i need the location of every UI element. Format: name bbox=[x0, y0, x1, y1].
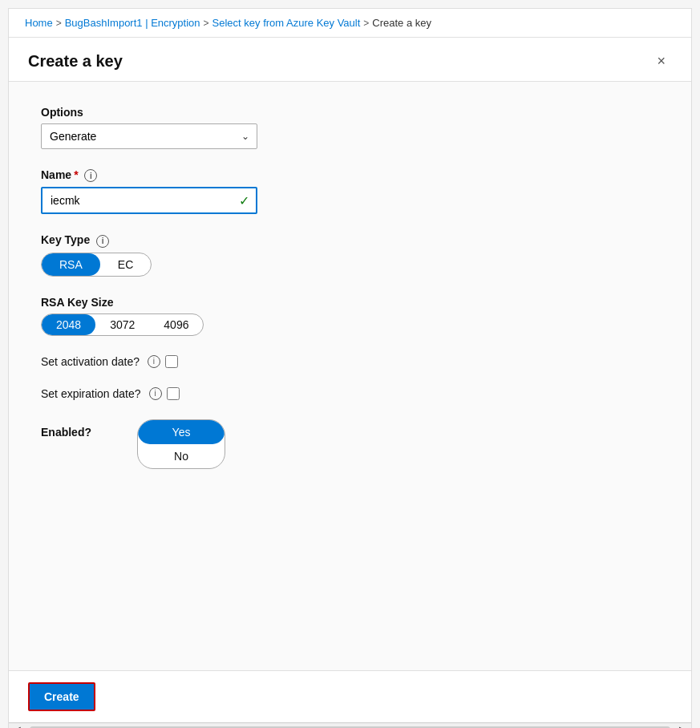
dialog-body: Options Generate Import Restore from bac… bbox=[9, 82, 691, 670]
scroll-left-arrow[interactable]: ◀ bbox=[12, 724, 23, 729]
breadcrumb-select-key[interactable]: Select key from Azure Key Vault bbox=[212, 17, 361, 29]
key-type-label: Key Type i bbox=[41, 233, 659, 247]
dialog-footer: Create bbox=[9, 670, 691, 722]
key-size-2048-button[interactable]: 2048 bbox=[42, 314, 95, 335]
enabled-group: Enabled? Yes No bbox=[41, 419, 659, 469]
create-key-dialog: Create a key × Options Generate Import R… bbox=[9, 38, 691, 722]
rsa-key-size-group: RSA Key Size 2048 3072 4096 bbox=[41, 296, 659, 336]
options-group: Options Generate Import Restore from bac… bbox=[41, 106, 659, 149]
key-type-toggle: RSA EC bbox=[41, 253, 152, 277]
activation-date-row: Set activation date? i bbox=[41, 355, 659, 368]
enabled-row: Enabled? Yes No bbox=[41, 419, 659, 469]
expiration-date-label: Set expiration date? bbox=[41, 387, 141, 400]
name-group: Name* i ✓ bbox=[41, 168, 659, 214]
name-input[interactable] bbox=[41, 187, 257, 214]
expiration-info-icon[interactable]: i bbox=[149, 387, 162, 400]
key-size-4096-button[interactable]: 4096 bbox=[149, 314, 203, 335]
breadcrumb: Home > BugBashImport1 | Encryption > Sel… bbox=[9, 9, 691, 38]
breadcrumb-home[interactable]: Home bbox=[25, 17, 53, 29]
activation-date-label: Set activation date? bbox=[41, 355, 140, 368]
name-label: Name* i bbox=[41, 168, 659, 182]
activation-date-group: Set activation date? i bbox=[41, 355, 659, 368]
breadcrumb-current: Create a key bbox=[372, 17, 431, 29]
key-type-ec-button[interactable]: EC bbox=[100, 253, 151, 276]
activation-date-checkbox[interactable] bbox=[165, 355, 178, 368]
enabled-no-button[interactable]: No bbox=[138, 444, 225, 468]
options-select[interactable]: Generate Import Restore from backup bbox=[41, 123, 257, 149]
rsa-key-size-toggle: 2048 3072 4096 bbox=[41, 313, 204, 336]
name-info-icon[interactable]: i bbox=[84, 169, 97, 182]
required-mark: * bbox=[74, 168, 78, 181]
key-type-info-icon[interactable]: i bbox=[96, 235, 109, 248]
enabled-yes-no-toggle: Yes No bbox=[137, 419, 225, 469]
dialog-header: Create a key × bbox=[9, 38, 691, 82]
scroll-right-arrow[interactable]: ▶ bbox=[677, 724, 688, 729]
activation-info-icon[interactable]: i bbox=[148, 355, 160, 368]
expiration-date-checkbox[interactable] bbox=[167, 387, 180, 400]
rsa-key-size-label: RSA Key Size bbox=[41, 296, 659, 309]
breadcrumb-encryption[interactable]: BugBashImport1 | Encryption bbox=[65, 17, 200, 29]
name-check-icon: ✓ bbox=[239, 193, 249, 208]
options-label: Options bbox=[41, 106, 659, 119]
enabled-label: Enabled? bbox=[41, 419, 105, 439]
key-size-3072-button[interactable]: 3072 bbox=[95, 314, 149, 335]
key-type-rsa-button[interactable]: RSA bbox=[42, 253, 100, 276]
expiration-date-group: Set expiration date? i bbox=[41, 387, 659, 400]
name-input-wrapper: ✓ bbox=[41, 187, 257, 214]
close-button[interactable]: × bbox=[650, 51, 672, 71]
horizontal-scrollbar: ◀ ▶ bbox=[9, 722, 691, 728]
breadcrumb-sep-3: > bbox=[363, 18, 369, 29]
key-type-group: Key Type i RSA EC bbox=[41, 233, 659, 276]
enabled-yes-button[interactable]: Yes bbox=[138, 420, 225, 444]
breadcrumb-sep-2: > bbox=[204, 18, 209, 29]
breadcrumb-sep-1: > bbox=[56, 18, 62, 29]
dialog-title: Create a key bbox=[28, 52, 123, 71]
create-button[interactable]: Create bbox=[28, 682, 95, 711]
options-select-wrapper: Generate Import Restore from backup ⌄ bbox=[41, 123, 257, 149]
expiration-date-row: Set expiration date? i bbox=[41, 387, 659, 400]
